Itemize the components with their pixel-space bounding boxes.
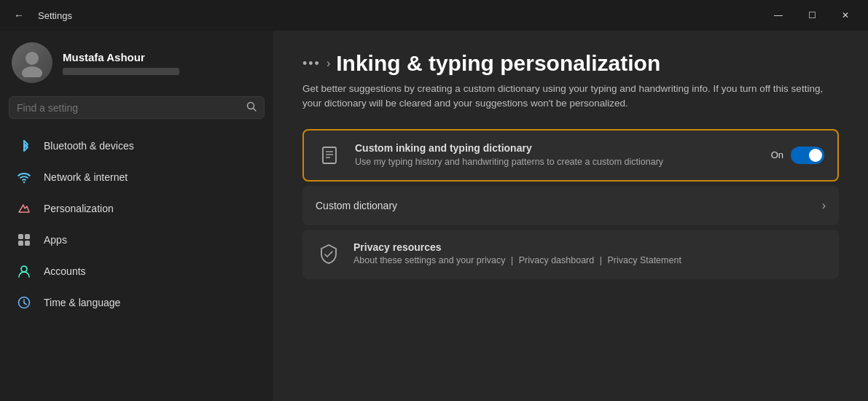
dictionary-card-text: Custom inking and typing dictionary Use … (355, 142, 759, 169)
svg-line-3 (254, 109, 257, 112)
user-name: Mustafa Ashour (63, 51, 179, 63)
svg-point-9 (21, 266, 27, 272)
user-section: Mustafa Ashour (0, 31, 273, 93)
privacy-links: About these settings and your privacy | … (353, 255, 826, 265)
content-area: ••• › Inking & typing personalization Ge… (273, 31, 868, 401)
svg-rect-8 (25, 241, 30, 246)
toggle-label: On (771, 149, 783, 160)
svg-rect-7 (18, 241, 23, 246)
search-input[interactable] (17, 102, 241, 114)
dictionary-card-row: Custom inking and typing dictionary Use … (304, 131, 837, 181)
avatar (12, 42, 52, 83)
titlebar-title: Settings (38, 10, 72, 21)
dictionary-card-icon (317, 142, 343, 168)
page-title: Inking & typing personalization (336, 51, 660, 76)
svg-rect-6 (25, 234, 30, 239)
sidebar-item-time-language[interactable]: Time & language (4, 287, 269, 318)
toggle-area: On (771, 147, 824, 164)
wifi-icon (16, 169, 32, 185)
sidebar-item-accounts-label: Accounts (44, 265, 86, 277)
titlebar-left: ← Settings (9, 5, 72, 26)
user-bar (63, 68, 179, 75)
dictionary-card-desc: Use my typing history and handwriting pa… (355, 156, 759, 169)
custom-dict-chevron: › (822, 199, 826, 212)
privacy-sep-2: | (600, 255, 605, 265)
privacy-link-dashboard[interactable]: Privacy dashboard (519, 255, 595, 265)
sidebar-item-bluetooth-label: Bluetooth & devices (44, 140, 134, 152)
privacy-row: Privacy resources About these settings a… (302, 230, 839, 279)
apps-icon (16, 232, 32, 248)
dictionary-toggle[interactable] (791, 147, 824, 164)
bluetooth-icon (16, 138, 32, 154)
svg-point-0 (26, 52, 39, 65)
privacy-link-statement[interactable]: Privacy Statement (607, 255, 681, 265)
breadcrumb: ••• › Inking & typing personalization (302, 51, 839, 76)
main-layout: Mustafa Ashour Bluetooth & devi (0, 31, 868, 401)
privacy-card: Privacy resources About these settings a… (302, 230, 839, 279)
custom-dict-row[interactable]: Custom dictionary › (302, 186, 839, 225)
svg-rect-11 (323, 147, 336, 163)
sidebar-item-personalization-label: Personalization (44, 203, 114, 214)
back-button[interactable]: ← (9, 5, 29, 26)
sidebar-item-apps[interactable]: Apps (4, 225, 269, 255)
custom-dict-card[interactable]: Custom dictionary › (302, 186, 839, 225)
sidebar-item-bluetooth[interactable]: Bluetooth & devices (4, 131, 269, 161)
privacy-link-about[interactable]: About these settings and your privacy (353, 255, 505, 265)
avatar-image (12, 42, 52, 83)
privacy-text: Privacy resources About these settings a… (353, 241, 826, 265)
sidebar-item-time-language-label: Time & language (44, 297, 120, 308)
dictionary-card: Custom inking and typing dictionary Use … (302, 129, 839, 182)
user-info: Mustafa Ashour (63, 51, 179, 75)
accounts-icon (16, 263, 32, 279)
svg-point-1 (22, 66, 42, 77)
breadcrumb-dots: ••• (302, 56, 321, 71)
page-description: Get better suggestions by creating a cus… (302, 82, 827, 112)
personalization-icon (16, 200, 32, 217)
sidebar-item-network-label: Network & internet (44, 171, 128, 183)
svg-rect-5 (18, 234, 23, 239)
search-icon (246, 101, 257, 114)
privacy-icon (316, 241, 342, 268)
breadcrumb-chevron: › (327, 57, 330, 70)
clock-icon (16, 295, 32, 311)
sidebar-item-apps-label: Apps (44, 234, 67, 246)
sidebar-item-personalization[interactable]: Personalization (4, 193, 269, 224)
minimize-button[interactable]: — (762, 4, 795, 27)
sidebar-item-network[interactable]: Network & internet (4, 162, 269, 192)
toggle-thumb (809, 149, 822, 162)
titlebar: ← Settings — ☐ ✕ (0, 0, 868, 31)
avatar-svg (17, 48, 47, 77)
svg-point-4 (23, 182, 25, 183)
sidebar-item-accounts[interactable]: Accounts (4, 256, 269, 287)
maximize-button[interactable]: ☐ (795, 4, 829, 27)
custom-dict-title: Custom dictionary (316, 200, 397, 211)
privacy-title: Privacy resources (353, 241, 826, 253)
dictionary-card-title: Custom inking and typing dictionary (355, 142, 759, 154)
privacy-sep-1: | (511, 255, 516, 265)
search-box[interactable] (9, 96, 265, 119)
close-button[interactable]: ✕ (829, 4, 862, 27)
sidebar: Mustafa Ashour Bluetooth & devi (0, 31, 273, 401)
window-controls: — ☐ ✕ (762, 4, 862, 27)
